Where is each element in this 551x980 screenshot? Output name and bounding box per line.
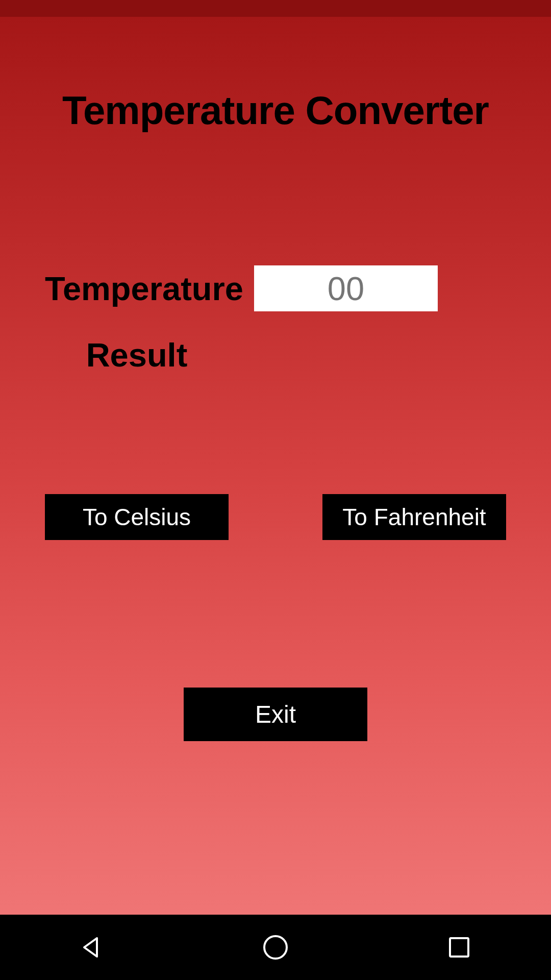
recent-apps-button[interactable] (444, 932, 474, 963)
button-row: To Celsius To Fahrenheit (45, 494, 506, 540)
recent-square-icon (444, 932, 474, 963)
exit-button[interactable]: Exit (184, 688, 367, 741)
status-bar (0, 0, 551, 17)
back-triangle-icon (77, 932, 107, 963)
input-row: Temperature (45, 265, 506, 311)
home-button[interactable] (260, 932, 291, 963)
page-title: Temperature Converter (45, 17, 506, 134)
result-row: Result (45, 336, 506, 374)
temperature-label: Temperature (45, 270, 229, 308)
home-circle-icon (260, 932, 291, 963)
back-button[interactable] (77, 932, 107, 963)
to-fahrenheit-button[interactable]: To Fahrenheit (322, 494, 506, 540)
to-celsius-button[interactable]: To Celsius (45, 494, 229, 540)
app-content: Temperature Converter Temperature Result… (0, 17, 551, 915)
result-label: Result (45, 336, 229, 374)
navigation-bar (0, 915, 551, 980)
svg-rect-1 (450, 938, 468, 957)
svg-point-0 (264, 936, 287, 959)
temperature-input[interactable] (254, 265, 438, 311)
